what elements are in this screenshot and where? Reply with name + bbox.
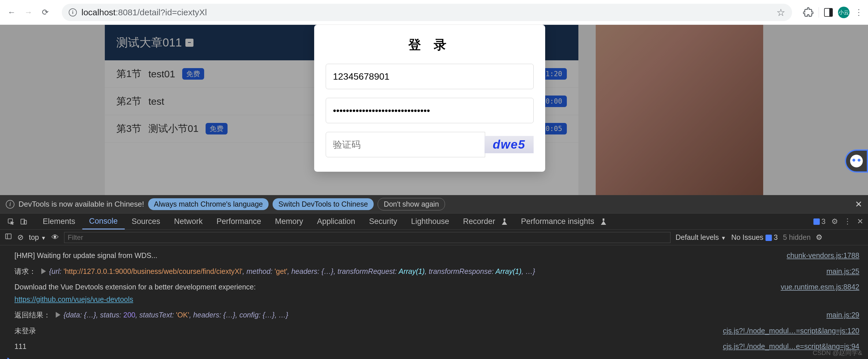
bookmark-star-icon[interactable]: ☆ [776,7,785,18]
log-line[interactable]: 未登录 cjs.js?!./node_modul…=script&lang=js… [0,323,868,339]
captcha-input[interactable] [326,132,485,157]
tab-memory[interactable]: Memory [268,214,310,229]
issue-icon [766,235,772,241]
settings-gear-icon[interactable]: ⚙ [831,217,838,226]
expand-triangle-icon[interactable]: ▶ [40,267,48,275]
log-source-link[interactable]: main.js:29 [820,309,859,321]
console-prompt[interactable]: ❯ [0,354,868,359]
watermark: CSDN @赵同学& [813,349,862,357]
phone-input[interactable] [326,64,534,89]
expand-triangle-icon[interactable]: ▶ [55,311,62,319]
hidden-count[interactable]: 5 hidden [783,233,810,241]
vue-devtools-link[interactable]: https://github.com/vuejs/vue-devtools [14,295,133,303]
log-levels-selector[interactable]: Default levels ▼ [676,233,726,241]
device-toolbar-icon[interactable] [17,215,30,228]
banner-switch-button[interactable]: Switch DevTools to Chinese [273,198,374,210]
no-issues-label[interactable]: No Issues 3 [731,233,778,241]
devtools-close-icon[interactable]: ✕ [857,217,863,226]
back-button[interactable]: ← [6,7,17,18]
context-selector[interactable]: top ▼ [29,233,46,241]
password-input[interactable] [326,98,534,123]
log-line[interactable]: Download the Vue Devtools extension for … [0,279,868,307]
chrome-menu-icon[interactable]: ⋮ [855,7,862,17]
banner-text: DevTools is now available in Chinese! [19,200,144,209]
assistant-face-icon [850,155,863,167]
url-text: localhost:8081/detail?id=ciextyXl [82,7,207,17]
devtools-tabs: Elements Console Sources Network Perform… [0,214,868,230]
browser-toolbar: ← → ⟳ i localhost:8081/detail?id=ciextyX… [0,0,868,25]
inspect-element-icon[interactable] [5,215,17,228]
reload-button[interactable]: ⟳ [39,7,51,18]
console-filter-input[interactable] [64,232,671,243]
log-source-link[interactable]: chunk-vendors.js:1788 [781,249,859,262]
tab-elements[interactable]: Elements [36,214,82,229]
captcha-image[interactable]: dwe5 [485,136,534,153]
devtools-panel: i DevTools is now available in Chinese! … [0,195,868,359]
log-line[interactable]: [HMR] Waiting for update signal from WDS… [0,248,868,263]
login-modal: 登 录 dwe5 [314,25,545,172]
tab-performance-insights[interactable]: Performance insights [514,214,613,229]
address-bar[interactable]: i localhost:8081/detail?id=ciextyXl ☆ [62,4,792,21]
banner-close-icon[interactable]: ✕ [855,199,862,209]
log-source-link[interactable]: main.js:25 [820,265,859,278]
flask-icon [502,219,507,225]
flask-icon [601,219,606,225]
assistant-float-button[interactable] [845,150,868,172]
svg-rect-3 [5,234,11,239]
banner-always-match-button[interactable]: Always match Chrome's language [148,198,269,210]
tab-recorder[interactable]: Recorder [456,214,514,229]
live-expression-icon[interactable]: 👁 [52,233,59,242]
tab-console[interactable]: Console [82,214,125,229]
chevron-down-icon: ▼ [721,235,726,241]
console-toolbar: ⊘ top ▼ 👁 Default levels ▼ No Issues 3 5… [0,230,868,245]
sidebar-toggle-icon[interactable] [5,233,12,242]
tab-performance[interactable]: Performance [210,214,268,229]
log-line[interactable]: 111 cjs.js?!./node_modul…e=script&lang=j… [0,338,868,354]
console-settings-gear-icon[interactable]: ⚙ [816,233,823,242]
chevron-down-icon: ▼ [41,235,46,241]
side-panel-icon[interactable] [824,8,833,17]
forward-button[interactable]: → [23,7,34,18]
log-source-link[interactable]: vue.runtime.esm.js:8842 [775,281,859,305]
tab-security[interactable]: Security [362,214,404,229]
banner-dismiss-button[interactable]: Don't show again [378,198,445,210]
issues-badge[interactable]: 3 [813,217,826,226]
page-viewport: 测试大章011 − 第1节 test01 免费 00:01:20 第2节 tes… [0,25,868,195]
log-source-link[interactable]: cjs.js?!./node_modul…=script&lang=js:120 [717,325,860,337]
issue-icon [813,219,820,225]
profile-avatar[interactable]: 小云 [838,7,849,18]
toolbar-divider [818,7,819,18]
console-output: [HMR] Waiting for update signal from WDS… [0,245,868,359]
site-info-icon[interactable]: i [69,8,77,17]
login-title: 登 录 [326,36,534,54]
devtools-language-banner: i DevTools is now available in Chinese! … [0,195,868,214]
tab-network[interactable]: Network [167,214,210,229]
clear-console-icon[interactable]: ⊘ [17,233,24,242]
log-line[interactable]: 返回结果： ▶{data: {…}, status: 200, statusTe… [0,307,868,323]
tab-sources[interactable]: Sources [125,214,167,229]
log-line[interactable]: 请求： ▶{url: 'http://127.0.0.1:9000/busine… [0,263,868,279]
extensions-icon[interactable] [803,7,813,18]
info-icon: i [6,200,14,209]
tab-application[interactable]: Application [310,214,362,229]
devtools-kebab-icon[interactable]: ⋮ [844,217,851,226]
tab-lighthouse[interactable]: Lighthouse [404,214,456,229]
